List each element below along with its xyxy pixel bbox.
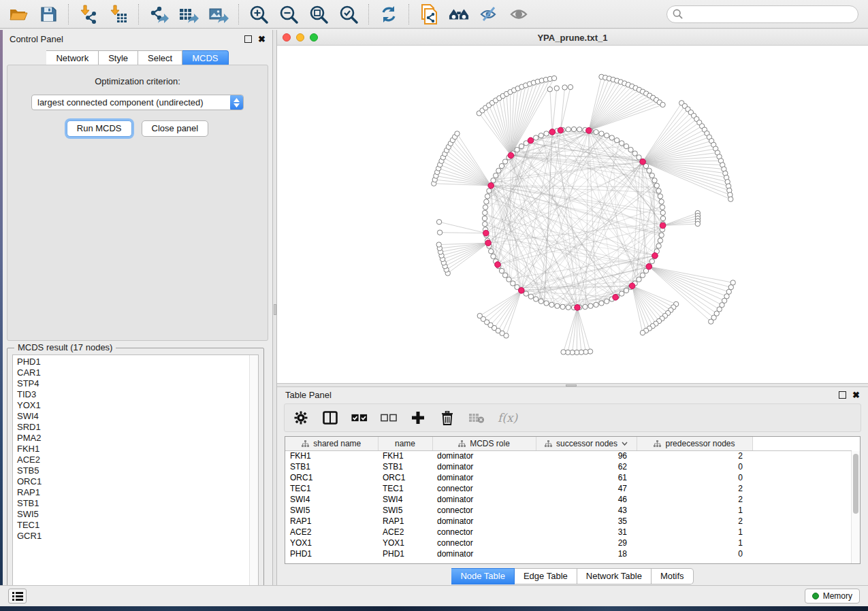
mcds-result-node[interactable]: STB5 bbox=[17, 465, 254, 476]
mcds-result-node[interactable]: STB1 bbox=[17, 498, 254, 509]
save-session-icon[interactable] bbox=[38, 4, 59, 24]
table-scrollbar[interactable] bbox=[851, 451, 860, 563]
optimization-criterion-select[interactable]: largest connected component (undirected) bbox=[31, 95, 244, 110]
table-row[interactable]: FKH1 FKH1 dominator 96 2 bbox=[285, 450, 852, 461]
run-mcds-button[interactable]: Run MCDS bbox=[67, 120, 132, 137]
splitter-grip[interactable] bbox=[566, 384, 577, 386]
mcds-result-node[interactable]: SWI4 bbox=[17, 411, 254, 422]
show-all-icon[interactable] bbox=[509, 4, 529, 24]
network-view-window: YPA_prune.txt_1 bbox=[277, 30, 868, 383]
close-panel-icon[interactable]: ✖ bbox=[258, 35, 266, 43]
desktop-background bbox=[0, 606, 868, 611]
search-input[interactable] bbox=[683, 9, 852, 19]
mcds-list-scrollbar[interactable] bbox=[249, 355, 258, 592]
control-panel-title: Control Panel bbox=[10, 34, 63, 44]
splitter-grip[interactable] bbox=[274, 304, 276, 315]
mcds-result-list[interactable]: PHD1 CAR1 STP4 TID3 YOX1 SWI4 SRD1 PMA2 bbox=[12, 354, 259, 593]
zoom-in-icon[interactable] bbox=[248, 4, 269, 24]
export-network-icon[interactable] bbox=[148, 4, 169, 24]
network-canvas[interactable] bbox=[277, 46, 868, 383]
column-header-name[interactable]: name bbox=[378, 437, 432, 450]
select-stepper-icon bbox=[230, 95, 243, 110]
table-row[interactable]: RAP1 RAP1 dominator 35 2 bbox=[285, 516, 852, 527]
table-settings-gear-icon[interactable] bbox=[293, 410, 309, 426]
mcds-result-node[interactable]: YOX1 bbox=[17, 400, 254, 411]
mcds-result-node[interactable]: FKH1 bbox=[17, 444, 254, 455]
table-row[interactable]: SWI5 SWI5 connector 43 1 bbox=[285, 505, 852, 516]
optimization-criterion-label: Optimization criterion: bbox=[7, 76, 268, 86]
import-table-icon[interactable] bbox=[108, 4, 129, 24]
close-panel-icon[interactable]: ✖ bbox=[852, 391, 860, 399]
window-close-icon[interactable] bbox=[283, 33, 291, 42]
mcds-result-title: MCDS result (17 nodes) bbox=[14, 342, 116, 352]
table-panel-tab[interactable]: Edge Table bbox=[515, 568, 577, 584]
zoom-out-icon[interactable] bbox=[278, 4, 299, 24]
float-panel-icon[interactable] bbox=[244, 35, 252, 43]
hierarchy-icon bbox=[302, 440, 309, 447]
mcds-result-node[interactable]: SWI5 bbox=[17, 509, 254, 520]
hide-selected-icon[interactable] bbox=[479, 4, 499, 24]
vertical-splitter[interactable] bbox=[272, 30, 277, 585]
show-column-panel-icon[interactable] bbox=[322, 410, 338, 426]
float-panel-icon[interactable] bbox=[839, 391, 846, 399]
cytoscape-window: Control Panel ✖ Network Style Select MCD… bbox=[0, 0, 868, 611]
table-toolbar: f(x) bbox=[284, 403, 861, 432]
table-panel: Table Panel ✖ bbox=[277, 387, 868, 585]
table-row[interactable]: TEC1 TEC1 connector 47 2 bbox=[285, 483, 852, 494]
column-header-shared-name[interactable]: shared name bbox=[285, 437, 378, 450]
hierarchy-icon bbox=[545, 440, 552, 447]
refresh-icon[interactable] bbox=[379, 4, 399, 24]
mcds-result-node[interactable]: TEC1 bbox=[17, 520, 254, 531]
table-row[interactable]: YOX1 YOX1 connector 29 1 bbox=[285, 538, 852, 548]
table-row[interactable]: SWI4 SWI4 dominator 46 2 bbox=[285, 494, 852, 505]
mcds-result-node[interactable]: ACE2 bbox=[17, 455, 254, 465]
table-scrollbar-thumb[interactable] bbox=[853, 454, 858, 514]
delete-column-trash-icon[interactable] bbox=[439, 410, 455, 426]
mcds-result-node[interactable]: PHD1 bbox=[17, 357, 254, 367]
search-box[interactable] bbox=[666, 5, 858, 23]
zoom-fit-icon[interactable] bbox=[308, 4, 329, 24]
mcds-result-node[interactable]: STP4 bbox=[17, 378, 254, 389]
mcds-result-node[interactable]: TID3 bbox=[17, 389, 254, 400]
create-column-icon[interactable] bbox=[410, 410, 426, 426]
import-network-icon[interactable] bbox=[78, 4, 99, 24]
sort-descending-icon bbox=[622, 442, 628, 446]
memory-button[interactable]: Memory bbox=[805, 589, 860, 604]
selected-criterion: largest connected component (undirected) bbox=[32, 97, 230, 108]
window-zoom-icon[interactable] bbox=[310, 33, 318, 42]
network-window-titlebar[interactable]: YPA_prune.txt_1 bbox=[277, 30, 868, 46]
status-bar: Memory bbox=[0, 585, 868, 606]
mcds-result-node[interactable]: GCR1 bbox=[17, 531, 254, 542]
memory-status-icon bbox=[812, 593, 819, 599]
function-builder-icon: f(x) bbox=[498, 411, 517, 425]
panel-menu-icon[interactable] bbox=[8, 589, 27, 604]
column-header-predecessor-nodes[interactable]: predecessor nodes bbox=[637, 437, 752, 450]
table-row[interactable]: PHD1 PHD1 dominator 18 0 bbox=[285, 548, 852, 559]
table-row[interactable]: ORC1 ORC1 dominator 61 0 bbox=[285, 472, 852, 483]
open-file-icon[interactable] bbox=[8, 4, 29, 24]
mcds-result-node[interactable]: ORC1 bbox=[17, 476, 254, 487]
zoom-selected-icon[interactable] bbox=[338, 4, 359, 24]
mcds-result-node[interactable]: RAP1 bbox=[17, 487, 254, 498]
mcds-result-node[interactable]: CAR1 bbox=[17, 367, 254, 378]
mcds-result-node[interactable]: PMA2 bbox=[17, 433, 254, 444]
table-row[interactable]: ACE2 ACE2 connector 31 1 bbox=[285, 527, 852, 538]
close-panel-button[interactable]: Close panel bbox=[142, 120, 209, 137]
table-panel-tab[interactable]: Motifs bbox=[652, 568, 694, 584]
unselect-all-columns-icon[interactable] bbox=[381, 410, 397, 426]
window-minimize-icon[interactable] bbox=[296, 33, 304, 42]
column-header-mcds-role[interactable]: MCDS role bbox=[432, 437, 536, 450]
table-panel-tab[interactable]: Node Table bbox=[451, 568, 515, 584]
new-network-from-selection-icon[interactable] bbox=[419, 4, 439, 24]
first-neighbors-icon[interactable] bbox=[449, 4, 469, 24]
table-row[interactable]: STB1 STB1 dominator 62 0 bbox=[285, 461, 852, 472]
export-image-icon[interactable] bbox=[208, 4, 229, 24]
table-panel-title: Table Panel bbox=[285, 390, 332, 400]
column-header-successor-nodes[interactable]: successor nodes bbox=[536, 437, 637, 450]
select-all-columns-icon[interactable] bbox=[351, 410, 368, 426]
mcds-result-node[interactable]: SRD1 bbox=[17, 422, 254, 433]
mcds-result-group: MCDS result (17 nodes) PHD1 CAR1 STP4 TI… bbox=[7, 348, 264, 598]
export-table-icon[interactable] bbox=[178, 4, 199, 24]
hierarchy-icon bbox=[654, 440, 661, 447]
table-panel-tab[interactable]: Network Table bbox=[577, 568, 652, 584]
